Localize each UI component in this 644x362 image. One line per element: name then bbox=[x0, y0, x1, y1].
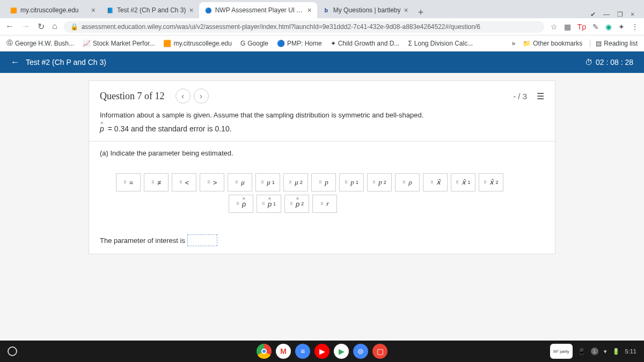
new-tab-button[interactable]: + bbox=[414, 7, 428, 18]
symbol-button-p2[interactable]: ⠿p2 bbox=[367, 173, 392, 191]
bookmark-item[interactable]: ΣLong Division Calc... bbox=[408, 40, 473, 47]
browser-tab[interactable]: 📘 Test #2 (Ch P and Ch 3) × bbox=[101, 2, 199, 18]
symbol-button-phat2[interactable]: ⠿p2 bbox=[284, 195, 309, 213]
system-tray: 99° partly 📱 1 ▾ 🔋 5:11 bbox=[550, 344, 636, 359]
nav-back-icon[interactable]: ← bbox=[5, 21, 14, 32]
translate-icon[interactable]: Tр bbox=[577, 23, 586, 31]
symbol-button-phat[interactable]: ⠿p bbox=[229, 195, 253, 213]
symbol-button-neq[interactable]: ⠿≠ bbox=[144, 173, 169, 191]
chrome-icon[interactable] bbox=[257, 344, 272, 359]
favicon: 🔵 bbox=[204, 6, 212, 14]
symbol-button-xbar2[interactable]: ⠿x̄2 bbox=[479, 173, 503, 191]
symbol-button-mu[interactable]: ⠿μ bbox=[228, 173, 252, 191]
other-bookmarks[interactable]: 📁Other bookmarks bbox=[523, 40, 582, 47]
stopwatch-icon: ⏱ bbox=[585, 58, 592, 67]
browser-tab[interactable]: 🟧 my.citruscollege.edu × bbox=[4, 2, 101, 18]
back-arrow-icon[interactable]: ← bbox=[11, 57, 19, 67]
next-question-button[interactable]: › bbox=[194, 88, 209, 104]
timer: ⏱ 02 : 08 : 28 bbox=[585, 58, 633, 67]
symbol-button-mu2[interactable]: ⠿μ2 bbox=[283, 173, 308, 191]
symbol-button-p1[interactable]: ⠿p1 bbox=[339, 173, 364, 191]
notification-badge[interactable]: 1 bbox=[591, 348, 598, 355]
reload-icon[interactable]: ↻ bbox=[38, 21, 45, 32]
symbol-button-gt[interactable]: ⠿> bbox=[200, 173, 224, 191]
tab-title: NWP Assessment Player UI Appl bbox=[215, 6, 304, 14]
app-icon[interactable]: ⊜ bbox=[353, 344, 368, 359]
symbol-button-p[interactable]: ⠿p bbox=[311, 173, 336, 191]
tab-close-icon[interactable]: × bbox=[189, 6, 194, 14]
bookmark-item[interactable]: ✦Child Growth and D... bbox=[331, 40, 400, 47]
favicon: 📘 bbox=[106, 6, 114, 14]
bookmark-icon: 🔵 bbox=[277, 40, 285, 47]
url-field[interactable]: 🔒 assessment.education.wiley.com/was/ui/… bbox=[64, 21, 544, 33]
restore-icon[interactable]: ❐ bbox=[617, 11, 623, 18]
browser-tab[interactable]: b My Questions | bartleby × bbox=[317, 2, 414, 18]
app-icon-2[interactable]: ▢ bbox=[372, 344, 387, 359]
symbol-button-equals[interactable]: ⠿= bbox=[116, 173, 141, 191]
launcher-icon[interactable] bbox=[8, 346, 17, 356]
symbol-button-mu1[interactable]: ⠿μ1 bbox=[255, 173, 280, 191]
kebab-menu-icon[interactable]: ⋮ bbox=[631, 23, 639, 31]
bookmark-icon: G bbox=[240, 40, 245, 47]
minimize-icon[interactable]: — bbox=[603, 11, 610, 18]
clock[interactable]: 5:11 bbox=[625, 348, 636, 354]
reading-list[interactable]: ▤Reading list bbox=[590, 40, 638, 47]
favicon: b bbox=[323, 6, 330, 14]
phone-icon[interactable]: 📱 bbox=[578, 348, 586, 355]
answer-line: The parameter of interest is bbox=[100, 234, 544, 246]
wifi-icon[interactable]: ▾ bbox=[604, 348, 607, 355]
tab-title: Test #2 (Ch P and Ch 3) bbox=[117, 6, 186, 14]
tab-close-icon[interactable]: × bbox=[91, 6, 96, 14]
bookmark-item[interactable]: ⒼGeorge H.W. Bush... bbox=[6, 39, 74, 48]
symbol-button-xbar1[interactable]: ⠿x̄1 bbox=[451, 173, 475, 191]
docs-icon[interactable]: ≡ bbox=[295, 344, 310, 359]
close-window-icon[interactable]: × bbox=[631, 11, 634, 18]
prev-question-button[interactable]: ‹ bbox=[175, 88, 191, 104]
favicon: 🟧 bbox=[10, 6, 17, 14]
bookmark-icon: Ⓖ bbox=[6, 39, 13, 48]
more-bookmarks-icon[interactable]: » bbox=[512, 40, 516, 47]
assessment-header: ← Test #2 (Ch P and Ch 3) ⏱ 02 : 08 : 28 bbox=[0, 51, 644, 73]
tab-close-icon[interactable]: × bbox=[308, 6, 312, 14]
question-menu-icon[interactable]: ☰ bbox=[537, 91, 544, 101]
assessment-title: Test #2 (Ch P and Ch 3) bbox=[26, 58, 106, 67]
bookmark-icon: 🟧 bbox=[163, 40, 171, 47]
question-score: - / 3 bbox=[513, 92, 527, 101]
bookmark-item[interactable]: 🟧my.citruscollege.edu bbox=[163, 40, 232, 47]
bookmark-item[interactable]: GGoogle bbox=[240, 40, 268, 47]
window-controls: ✔ — ❐ × bbox=[585, 11, 640, 18]
ext-icon[interactable]: ▦ bbox=[564, 23, 571, 31]
answer-dropzone[interactable] bbox=[187, 234, 217, 246]
answer-prompt: The parameter of interest is bbox=[100, 237, 185, 245]
check-icon[interactable]: ✔ bbox=[590, 11, 596, 18]
symbol-button-xbar[interactable]: ⠿x̄ bbox=[423, 173, 448, 191]
bookmark-item[interactable]: 📈Stock Market Perfor... bbox=[83, 40, 155, 47]
bookmarks-bar: ⒼGeorge H.W. Bush... 📈Stock Market Perfo… bbox=[0, 35, 644, 51]
gmail-icon[interactable]: M bbox=[276, 344, 291, 359]
youtube-icon[interactable]: ▶ bbox=[314, 344, 330, 359]
nav-forward-icon[interactable]: → bbox=[21, 21, 30, 32]
symbol-button-rho[interactable]: ⠿ρ bbox=[395, 173, 420, 191]
bookmark-icon: Σ bbox=[408, 40, 412, 47]
star-icon[interactable]: ☆ bbox=[551, 23, 558, 31]
browser-tab-active[interactable]: 🔵 NWP Assessment Player UI Appl × bbox=[199, 2, 317, 18]
ext-icon-2[interactable]: ✎ bbox=[592, 23, 599, 31]
play-icon[interactable]: ▶ bbox=[334, 344, 349, 359]
taskbar: M ≡ ▶ ▶ ⊜ ▢ 99° partly 📱 1 ▾ 🔋 5:11 bbox=[0, 341, 644, 362]
list-icon: ▤ bbox=[596, 40, 602, 47]
bookmark-item[interactable]: 🔵PMP: Home bbox=[277, 40, 322, 47]
symbol-button-phat1[interactable]: ⠿p1 bbox=[257, 195, 281, 213]
symbol-button-r[interactable]: ⠿r bbox=[312, 195, 337, 213]
tab-close-icon[interactable]: × bbox=[404, 6, 408, 14]
ext-icon-3[interactable]: ◉ bbox=[605, 23, 612, 31]
battery-icon[interactable]: 🔋 bbox=[612, 348, 620, 355]
question-given: p = 0.34 and the standard error is 0.10. bbox=[100, 124, 544, 134]
home-icon[interactable]: ⌂ bbox=[52, 21, 57, 32]
taskbar-apps: M ≡ ▶ ▶ ⊜ ▢ bbox=[257, 344, 387, 359]
symbol-button-lt[interactable]: ⠿< bbox=[172, 173, 196, 191]
puzzle-icon[interactable]: ✦ bbox=[618, 23, 625, 31]
bookmark-icon: ✦ bbox=[331, 40, 336, 47]
question-info: Information about a sample is given. Ass… bbox=[89, 111, 555, 142]
tab-title: My Questions | bartleby bbox=[333, 6, 401, 14]
weather-widget[interactable]: 99° partly bbox=[550, 344, 573, 359]
